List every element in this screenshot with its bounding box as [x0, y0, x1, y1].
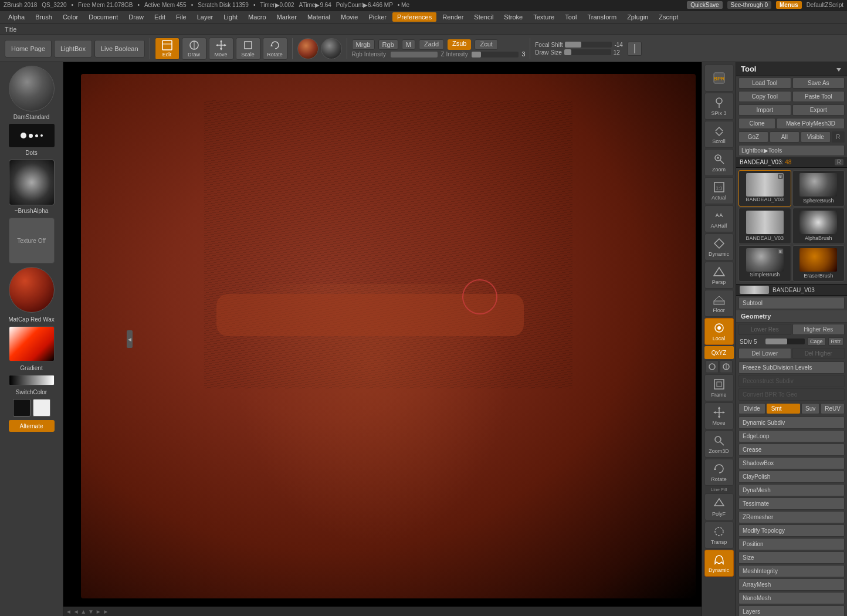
move-btn[interactable]: Move — [209, 38, 233, 60]
transp-btn[interactable]: Transp — [704, 522, 734, 549]
live-boolean-btn[interactable]: Live Boolean — [94, 40, 145, 57]
quicksave-btn[interactable]: QuickSave — [687, 1, 722, 9]
sdiv-slider[interactable] — [765, 339, 805, 344]
edit-btn[interactable]: Edit — [155, 38, 179, 60]
spix-btn[interactable]: SPix 3 — [704, 93, 734, 120]
zadd-btn[interactable]: Zadd — [419, 39, 444, 50]
left-panel-toggle[interactable]: ◄ — [127, 330, 133, 348]
menu-alpha[interactable]: Alpha — [4, 12, 29, 22]
z-intensity-slider[interactable] — [472, 52, 519, 57]
bpr-btn[interactable]: BPR — [704, 65, 734, 92]
menu-layer[interactable]: Layer — [192, 12, 218, 22]
symmetry-icon[interactable] — [628, 42, 642, 56]
array-mesh-btn[interactable]: ArrayMesh — [738, 578, 845, 591]
alternate-btn[interactable]: Alternate — [9, 420, 55, 432]
zsub-btn[interactable]: Zsub — [448, 39, 471, 50]
cage-btn[interactable]: Cage — [807, 337, 826, 346]
menu-macro[interactable]: Macro — [243, 12, 271, 22]
rgb-btn[interactable]: Rgb — [378, 39, 398, 50]
freeze-subdiv-btn[interactable]: Freeze SubDivision Levels — [738, 361, 845, 374]
brush-preview[interactable] — [9, 66, 55, 111]
move-ri-btn[interactable]: Move — [704, 402, 734, 429]
divide-btn[interactable]: Divide — [738, 403, 765, 414]
brush-card-bandeau1[interactable]: 8 BANDEAU_V03 — [738, 170, 791, 207]
actual-btn[interactable]: 1:1 Actual — [704, 177, 734, 204]
frame-btn[interactable]: Frame — [704, 374, 734, 401]
scale-btn[interactable]: Scale — [236, 38, 260, 60]
load-tool-btn[interactable]: Load Tool — [738, 77, 791, 89]
rotate-btn[interactable]: Rotate — [263, 38, 287, 60]
menu-zplugin[interactable]: Zplugin — [622, 12, 653, 22]
rp-collapse-icon[interactable] — [835, 66, 842, 73]
higher-res-btn[interactable]: Higher Res — [792, 324, 845, 335]
del-higher-btn[interactable]: Del Higher — [792, 348, 845, 359]
menu-picker[interactable]: Picker — [364, 12, 391, 22]
dots-preview[interactable] — [9, 124, 55, 147]
menu-zscript[interactable]: Zscript — [654, 12, 683, 22]
texture-off-box[interactable]: Texture Off — [9, 218, 55, 263]
sw-white[interactable] — [33, 399, 50, 417]
copy-tool-btn[interactable]: Copy Tool — [738, 91, 791, 102]
subtool-btn[interactable]: Subtool — [738, 297, 845, 309]
clone-btn[interactable]: Clone — [738, 118, 775, 129]
local-btn[interactable]: Local — [704, 318, 734, 345]
rstr-btn[interactable]: Rstr — [828, 337, 844, 346]
draw-btn[interactable]: Draw — [182, 38, 206, 60]
menu-document[interactable]: Document — [84, 12, 123, 22]
reuv-btn[interactable]: ReUV — [821, 403, 845, 414]
menu-marker[interactable]: Marker — [272, 12, 301, 22]
dynamic2-btn[interactable]: Dynamic — [704, 550, 734, 577]
canvas-area[interactable]: ◄ ◄ ▲ ▼ ► ► ◄ — [63, 62, 702, 616]
reconstruct-subdiv-btn[interactable]: Reconstruct Subdiv — [738, 375, 845, 387]
aahalf-btn[interactable]: AA AAHalf — [704, 205, 734, 232]
menu-draw[interactable]: Draw — [124, 12, 148, 22]
rgb-intensity-slider[interactable] — [391, 52, 438, 57]
color-sphere[interactable] — [297, 38, 319, 59]
shadowbox-btn[interactable]: ShadowBox — [738, 457, 845, 469]
claypolish-btn[interactable]: ClayPolish — [738, 471, 845, 483]
menu-file[interactable]: File — [171, 12, 191, 22]
zcut-btn[interactable]: Zcut — [475, 39, 497, 50]
goz-btn[interactable]: GoZ — [738, 131, 768, 143]
menu-transform[interactable]: Transform — [582, 12, 621, 22]
draw-size-slider[interactable] — [564, 49, 611, 55]
brush-card-eraser[interactable]: EraserBrush — [792, 245, 845, 282]
menu-movie[interactable]: Movie — [336, 12, 362, 22]
nav2-btn[interactable] — [720, 360, 733, 373]
nav1-btn[interactable] — [706, 360, 719, 373]
seethrough-btn[interactable]: See-through 0 — [727, 1, 771, 9]
sw-black[interactable] — [13, 399, 31, 417]
make-polymesh-btn[interactable]: Make PolyMesh3D — [777, 118, 845, 129]
zoom-btn[interactable]: Zoom — [704, 149, 734, 176]
dynamesh-btn[interactable]: DynaMesh — [738, 484, 845, 496]
menu-light[interactable]: Light — [219, 12, 242, 22]
dynamic-subdiv-btn[interactable]: Dynamic Subdiv — [738, 417, 845, 429]
crease-btn[interactable]: Crease — [738, 444, 845, 456]
lightbox-btn[interactable]: LightBox — [54, 40, 92, 57]
menu-brush[interactable]: Brush — [31, 12, 57, 22]
menu-tool[interactable]: Tool — [560, 12, 581, 22]
gradient-bar[interactable] — [9, 375, 55, 385]
r-shortcut-btn[interactable]: R — [832, 131, 845, 143]
mrgb-btn[interactable]: Mrgb — [352, 39, 375, 50]
scroll-btn[interactable]: Scroll — [704, 121, 734, 148]
floor-btn[interactable]: Floor — [704, 290, 734, 317]
lower-res-btn[interactable]: Lower Res — [738, 324, 791, 335]
zremesher-btn[interactable]: ZRemesher — [738, 511, 845, 523]
material-sphere[interactable] — [321, 38, 342, 59]
menu-stencil[interactable]: Stencil — [469, 12, 498, 22]
nano-mesh-btn[interactable]: NanoMesh — [738, 592, 845, 604]
tessimate-btn[interactable]: Tessimate — [738, 497, 845, 510]
menu-color[interactable]: Color — [58, 12, 83, 22]
brush-card-alpha[interactable]: AlphaBrush — [792, 208, 845, 244]
brush-card-bandeau2[interactable]: BANDEAU_V03 — [738, 208, 791, 244]
menus-btn[interactable]: Menus — [776, 1, 802, 9]
modify-topology-btn[interactable]: Modify Topology — [738, 524, 845, 537]
layers-btn[interactable]: Layers — [738, 605, 845, 616]
menu-material[interactable]: Material — [303, 12, 335, 22]
edgeloop-btn[interactable]: EdgeLoop — [738, 430, 845, 442]
paste-tool-btn[interactable]: Paste Tool — [792, 91, 845, 102]
color-picker[interactable] — [9, 326, 55, 361]
qxyz-btn[interactable]: QxYZ — [704, 346, 734, 359]
menu-preferences[interactable]: Preferences — [392, 12, 436, 22]
